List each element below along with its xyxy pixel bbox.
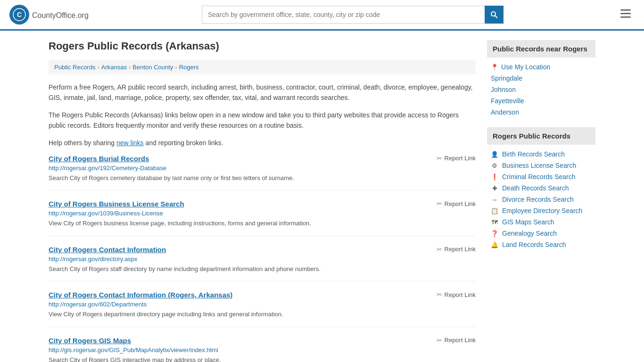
svg-point-2 bbox=[491, 12, 495, 16]
record-url[interactable]: http://rogersar.gov/602/Departments bbox=[49, 301, 476, 308]
rogers-record-item: 📋 Employee Directory Search bbox=[487, 205, 595, 216]
rogers-record-link[interactable]: Birth Records Search bbox=[502, 150, 565, 158]
report-link-3[interactable]: ✂ Report Link bbox=[437, 291, 476, 298]
nearby-place-link[interactable]: Johnson bbox=[491, 86, 516, 93]
logo-name: CountyOffice bbox=[32, 11, 75, 19]
record-type-icon: 📋 bbox=[491, 207, 498, 214]
search-area bbox=[202, 6, 504, 24]
rogers-record-item: ✚ Death Records Search bbox=[487, 182, 595, 194]
rogers-record-item: 👤 Birth Records Search bbox=[487, 148, 595, 160]
record-type-icon: ❓ bbox=[491, 230, 498, 237]
breadcrumb: Public Records › Arkansas › Benton Count… bbox=[49, 60, 476, 74]
site-header: C CountyOffice.org bbox=[0, 0, 644, 31]
logo-text: CountyOffice.org bbox=[32, 9, 89, 20]
record-type-icon: 🗺 bbox=[491, 219, 498, 226]
search-button[interactable] bbox=[485, 6, 504, 24]
report-icon: ✂ bbox=[437, 291, 442, 298]
logo-icon: C bbox=[9, 5, 29, 25]
breadcrumb-benton-county[interactable]: Benton County bbox=[132, 64, 173, 71]
rogers-record-item: 🗺 GIS Maps Search bbox=[487, 216, 595, 228]
main-container: Rogers Public Records (Arkansas) Public … bbox=[39, 31, 605, 362]
record-header: City of Rogers GIS Maps ✂ Report Link bbox=[49, 337, 476, 345]
nearby-places-list: SpringdaleJohnsonFayettevilleAnderson bbox=[487, 73, 595, 118]
nearby-place-link[interactable]: Anderson bbox=[491, 108, 519, 116]
svg-line-3 bbox=[495, 16, 497, 18]
rogers-record-link[interactable]: Death Records Search bbox=[502, 184, 569, 192]
record-header: City of Rogers Business License Search ✂… bbox=[49, 200, 476, 208]
record-type-icon: ✚ bbox=[491, 185, 498, 192]
description-3: Help others by sharing new links and rep… bbox=[49, 138, 476, 148]
rogers-record-item: 🔔 Land Records Search bbox=[487, 239, 595, 250]
records-list: City of Rogers Burial Records ✂ Report L… bbox=[49, 155, 476, 362]
breadcrumb-sep-1: › bbox=[97, 64, 99, 71]
hamburger-menu-button[interactable] bbox=[617, 7, 635, 23]
nearby-place-link[interactable]: Springdale bbox=[491, 74, 522, 82]
rogers-record-link[interactable]: Genealogy Search bbox=[502, 230, 557, 237]
report-icon: ✂ bbox=[437, 246, 442, 253]
report-link-2[interactable]: ✂ Report Link bbox=[437, 246, 476, 253]
record-entry: City of Rogers Business License Search ✂… bbox=[49, 200, 476, 236]
record-title[interactable]: City of Rogers Contact Information (Roge… bbox=[49, 291, 232, 299]
report-icon: ✂ bbox=[437, 155, 442, 162]
record-title[interactable]: City of Rogers Business License Search bbox=[49, 200, 184, 208]
breadcrumb-public-records[interactable]: Public Records bbox=[54, 64, 95, 71]
record-title[interactable]: City of Rogers Burial Records bbox=[49, 155, 149, 163]
record-entry: City of Rogers GIS Maps ✂ Report Link ht… bbox=[49, 337, 476, 362]
record-description: Search City of Rogers staff directory by… bbox=[49, 264, 476, 274]
location-pin-icon: 📍 bbox=[491, 64, 498, 71]
content-area: Rogers Public Records (Arkansas) Public … bbox=[49, 40, 476, 362]
use-location-item[interactable]: 📍 Use My Location bbox=[487, 61, 595, 73]
rogers-record-link[interactable]: GIS Maps Search bbox=[502, 218, 554, 226]
record-url[interactable]: http://rogersar.gov/1039/Business-Licens… bbox=[49, 210, 476, 217]
logo-area: C CountyOffice.org bbox=[9, 5, 89, 25]
report-link-1[interactable]: ✂ Report Link bbox=[437, 200, 476, 207]
nearby-heading: Public Records near Rogers bbox=[487, 40, 595, 58]
logo-suffix: .org bbox=[75, 11, 89, 19]
rogers-records-section: Rogers Public Records 👤 Birth Records Se… bbox=[487, 127, 595, 250]
record-description: View City of Rogers department directory… bbox=[49, 310, 476, 319]
nearby-place-item: Springdale bbox=[487, 73, 595, 84]
record-entry: City of Rogers Contact Information (Roge… bbox=[49, 291, 476, 327]
rogers-records-heading: Rogers Public Records bbox=[487, 127, 595, 145]
new-links-link[interactable]: new links bbox=[116, 139, 144, 147]
record-type-icon: 👤 bbox=[491, 151, 498, 158]
rogers-record-item: ↔ Divorce Records Search bbox=[487, 194, 595, 205]
rogers-record-link[interactable]: Business License Search bbox=[502, 162, 576, 169]
rogers-record-item: ❓ Genealogy Search bbox=[487, 228, 595, 239]
description-2: The Rogers Public Records (Arkansas) lin… bbox=[49, 110, 476, 131]
record-title[interactable]: City of Rogers Contact Information bbox=[49, 246, 166, 254]
record-header: City of Rogers Contact Information (Roge… bbox=[49, 291, 476, 299]
record-type-icon: 🔔 bbox=[491, 241, 498, 248]
search-input[interactable] bbox=[202, 6, 485, 24]
rogers-record-item: ⚙ Business License Search bbox=[487, 160, 595, 171]
svg-rect-5 bbox=[620, 13, 631, 15]
record-type-icon: ❗ bbox=[491, 173, 498, 181]
record-description: Search City of Rogers GIS interactive ma… bbox=[49, 355, 476, 362]
use-location-link[interactable]: Use My Location bbox=[501, 63, 550, 71]
nearby-section: Public Records near Rogers 📍 Use My Loca… bbox=[487, 40, 595, 118]
page-title: Rogers Public Records (Arkansas) bbox=[49, 40, 476, 52]
record-url[interactable]: http://gis.rogersar.gov/GIS_Pub/MapAnaly… bbox=[49, 346, 476, 354]
rogers-record-link[interactable]: Employee Directory Search bbox=[502, 207, 582, 214]
sidebar: Public Records near Rogers 📍 Use My Loca… bbox=[487, 40, 595, 362]
rogers-record-link[interactable]: Land Records Search bbox=[502, 241, 566, 248]
nearby-place-link[interactable]: Fayetteville bbox=[491, 97, 524, 105]
record-description: View City of Rogers business license pag… bbox=[49, 219, 476, 228]
record-url[interactable]: http://rogersar.gov/192/Cemetery-Databas… bbox=[49, 165, 476, 172]
nearby-place-item: Anderson bbox=[487, 107, 595, 118]
report-icon: ✂ bbox=[437, 337, 442, 344]
report-link-0[interactable]: ✂ Report Link bbox=[437, 155, 476, 162]
breadcrumb-arkansas[interactable]: Arkansas bbox=[101, 64, 127, 71]
record-type-icon: ⚙ bbox=[491, 162, 498, 169]
record-title[interactable]: City of Rogers GIS Maps bbox=[49, 337, 131, 345]
record-url[interactable]: http://rogersar.gov/directory.aspx bbox=[49, 255, 476, 263]
record-description: Search City of Rogers cemetery database … bbox=[49, 173, 476, 183]
record-header: City of Rogers Burial Records ✂ Report L… bbox=[49, 155, 476, 163]
record-entry: City of Rogers Burial Records ✂ Report L… bbox=[49, 155, 476, 191]
svg-text:C: C bbox=[17, 11, 22, 18]
report-icon: ✂ bbox=[437, 200, 442, 207]
report-link-4[interactable]: ✂ Report Link bbox=[437, 337, 476, 344]
rogers-record-link[interactable]: Divorce Records Search bbox=[502, 196, 574, 203]
rogers-record-link[interactable]: Criminal Records Search bbox=[502, 173, 576, 181]
breadcrumb-rogers[interactable]: Rogers bbox=[179, 64, 199, 71]
